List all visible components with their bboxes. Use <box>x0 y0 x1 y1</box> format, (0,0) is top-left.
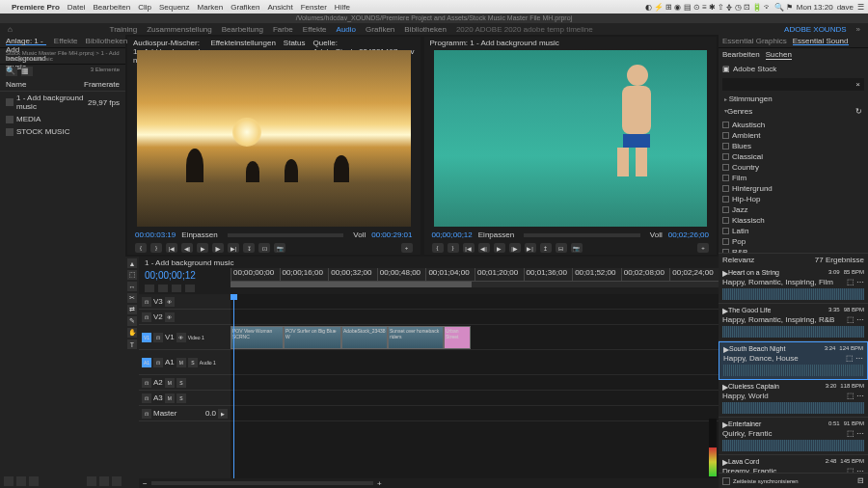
subtab-edit[interactable]: Bearbeiten <box>722 50 760 60</box>
status-icons[interactable]: ◐ ⚡ ⊞ ◉ ▤ ⊙ ≡ ✱ ⇪ ᚖ ◷ ⊡ 🔋 ᯤ 🔍 ⚑ <box>645 3 793 12</box>
pen-tool-icon[interactable]: ✎ <box>127 316 137 326</box>
waveform[interactable] <box>722 440 864 451</box>
clock[interactable]: Mon 13:20 <box>797 3 833 12</box>
mood-film[interactable]: Film <box>722 173 864 183</box>
checkbox-icon[interactable] <box>722 228 729 234</box>
program-fit[interactable]: Einpassen <box>478 230 514 239</box>
subtab-browse[interactable]: Suchen <box>766 50 792 60</box>
timeline-tc[interactable]: 00;00;00;12 <box>139 268 231 283</box>
sync-checkbox[interactable] <box>722 477 730 485</box>
mood-hintergrund[interactable]: Hintergrund <box>722 183 864 194</box>
insert-icon[interactable]: ↧ <box>243 243 255 253</box>
goto-in-icon[interactable]: |◀ <box>463 243 475 253</box>
sequence-tab[interactable]: 1 - Add background music <box>145 258 234 267</box>
track-select-icon[interactable]: ⬚ <box>127 270 137 280</box>
icon-view-icon[interactable] <box>16 476 26 486</box>
ws-extra[interactable]: 2020 ADOBE 2020 adobe temp timeline <box>456 25 593 34</box>
export-frame-icon[interactable]: 📷 <box>274 243 285 253</box>
checkbox-icon[interactable] <box>722 206 729 213</box>
tab-project[interactable]: Anlage: 1 - Add background music <box>6 37 46 45</box>
menu-sequence[interactable]: Sequenz <box>159 3 190 12</box>
section-moods[interactable]: ▸ Stimmungen <box>719 93 868 105</box>
bin-view-icon[interactable]: ▦ <box>21 67 33 76</box>
tab-program[interactable]: Programm: 1 - Add background music <box>430 39 559 46</box>
menu-graphics[interactable]: Grafiken <box>231 3 259 12</box>
checkbox-icon[interactable] <box>722 143 729 149</box>
tab-source[interactable]: Quelle: AdobeStock_234381467.mov <box>313 39 415 46</box>
stock-label[interactable]: Adobe Stock <box>733 65 776 73</box>
source-scrubber[interactable] <box>228 233 344 237</box>
zoom-out-icon[interactable]: − <box>143 479 148 488</box>
tab-ess-graphics[interactable]: Essential Graphics <box>722 37 787 45</box>
mood-latin[interactable]: Latin <box>722 226 864 236</box>
program-vol[interactable]: Voll <box>650 230 663 239</box>
download-icon[interactable]: ⬚ ⋯ <box>847 429 864 438</box>
tab-ess-sound[interactable]: Essential Sound <box>793 37 849 45</box>
zoom-slider[interactable] <box>151 481 373 485</box>
download-icon[interactable]: ⬚ ⋯ <box>847 278 864 286</box>
video-clip[interactable]: POV View Woman SCRNC <box>231 326 284 349</box>
music-track[interactable]: ▶ The Good Life3:3598 BPMHappy, Romantic… <box>719 304 868 341</box>
ws-training[interactable]: Training <box>110 25 138 34</box>
mood-ambient[interactable]: Ambient <box>722 130 864 141</box>
music-track[interactable]: ▶ South Beach Night3:24124 BPMHappy, Dan… <box>719 341 868 380</box>
bin-item-sequence[interactable]: 1 - Add background music29,97 fps <box>0 92 125 113</box>
waveform[interactable] <box>723 365 863 376</box>
playhead[interactable] <box>233 294 234 478</box>
spotlight-icon[interactable]: ☰ <box>857 3 864 12</box>
video-clip[interactable]: Urban Street <box>444 326 471 349</box>
col-name[interactable]: Name <box>6 80 84 89</box>
checkbox-icon[interactable] <box>722 153 729 160</box>
linked-icon[interactable] <box>158 285 168 292</box>
panel-menu-icon[interactable]: ⊟ <box>857 476 864 485</box>
col-fps[interactable]: Framerate <box>84 80 120 89</box>
music-track[interactable]: ▶ Lava Cord2:48145 BPMDreamy, Frantic⬚ ⋯ <box>719 455 868 473</box>
marker-icon[interactable] <box>172 285 181 292</box>
source-tc-in[interactable]: 00:00:03:19 <box>135 230 176 239</box>
ws-editing[interactable]: Bearbeitung <box>222 25 263 34</box>
video-clip[interactable]: AdobeStock_23438 <box>341 326 388 349</box>
music-track[interactable]: ▶ Clueless Captain3:20118 BPMHappy, Worl… <box>719 380 868 418</box>
track-a1[interactable]: A1⊡A1MSAudio 1 <box>139 350 231 375</box>
goto-in-icon[interactable]: |◀ <box>166 243 177 253</box>
download-icon[interactable]: ⬚ ⋯ <box>847 315 864 324</box>
mood-blues[interactable]: Blues <box>722 141 864 151</box>
mood-pop[interactable]: Pop <box>722 236 864 247</box>
mark-in-icon[interactable]: { <box>135 243 147 253</box>
video-clip[interactable]: Sunset over horseback riders <box>388 326 444 349</box>
menu-window[interactable]: Fenster <box>301 3 327 12</box>
source-video[interactable] <box>137 50 411 227</box>
checkbox-icon[interactable] <box>722 122 729 128</box>
ws-color[interactable]: Farbe <box>273 25 293 34</box>
menu-clip[interactable]: Clip <box>138 3 151 12</box>
type-tool-icon[interactable]: T <box>127 339 137 349</box>
section-genres[interactable]: ▾ Genres↻ <box>719 105 868 118</box>
menu-file[interactable]: Datei <box>68 3 86 12</box>
track-v2[interactable]: ⊡V2👁 <box>139 310 231 325</box>
source-fit[interactable]: Einpassen <box>181 230 217 239</box>
play-icon[interactable]: ▶ <box>494 243 505 253</box>
tab-status[interactable]: Status <box>284 39 306 46</box>
project-breadcrumb[interactable]: Stock Music Master File MH.prproj > 1 - … <box>0 48 125 65</box>
sort-dropdown[interactable]: Relevanz <box>722 256 754 264</box>
play-icon[interactable]: ▶ <box>197 243 208 253</box>
step-fwd-icon[interactable]: |▶ <box>509 243 521 253</box>
step-back-icon[interactable]: ◀| <box>478 243 490 253</box>
reset-icon[interactable]: ↻ <box>855 107 862 116</box>
ws-overflow-icon[interactable]: » <box>856 25 860 34</box>
ws-libraries[interactable]: Bibliotheken <box>404 25 447 34</box>
music-track[interactable]: ▶ Entertainer0:5191 BPMQuirky, Frantic⬚ … <box>719 418 868 455</box>
overwrite-icon[interactable]: ⊡ <box>258 243 270 253</box>
new-bin-icon[interactable] <box>87 476 96 486</box>
clear-search-icon[interactable]: × <box>855 80 860 89</box>
download-icon[interactable]: ⬚ ⋯ <box>846 354 863 363</box>
checkbox-icon[interactable] <box>722 196 729 203</box>
track-v1[interactable]: V1⊡V1👁Video 1 <box>139 325 231 350</box>
menu-edit[interactable]: Bearbeiten <box>94 3 131 12</box>
track-master[interactable]: ⊡Master0.0▶ <box>139 406 231 421</box>
track-content[interactable]: POV View Woman SCRNCPOV Surfer on Big Bl… <box>231 294 719 478</box>
zoom-in-icon[interactable]: + <box>377 479 382 488</box>
music-track[interactable]: ▶ Heart on a String3:0985 BPMHappy, Roma… <box>719 266 868 304</box>
step-fwd-icon[interactable]: |▶ <box>212 243 224 253</box>
download-icon[interactable]: ⬚ ⋯ <box>847 392 864 400</box>
